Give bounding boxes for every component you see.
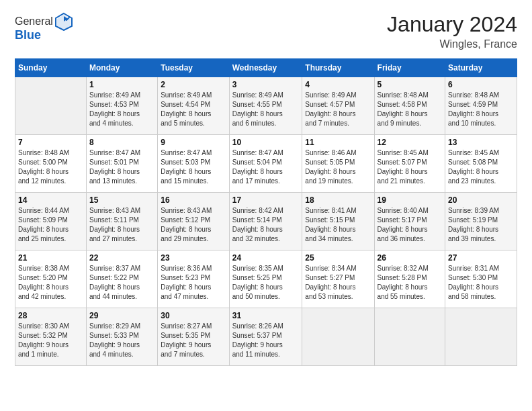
calendar-cell bbox=[302, 308, 374, 366]
weekday-header-monday: Monday bbox=[86, 59, 157, 77]
day-detail: Sunrise: 8:47 AM Sunset: 5:04 PM Dayligh… bbox=[232, 148, 300, 186]
calendar-cell: 25Sunrise: 8:34 AM Sunset: 5:27 PM Dayli… bbox=[302, 250, 374, 308]
day-number: 30 bbox=[161, 311, 226, 320]
day-number: 5 bbox=[378, 80, 442, 89]
calendar-cell: 26Sunrise: 8:32 AM Sunset: 5:28 PM Dayli… bbox=[374, 250, 445, 308]
day-detail: Sunrise: 8:49 AM Sunset: 4:57 PM Dayligh… bbox=[305, 91, 371, 128]
calendar-cell: 9Sunrise: 8:47 AM Sunset: 5:03 PM Daylig… bbox=[158, 135, 230, 193]
calendar-cell: 2Sunrise: 8:49 AM Sunset: 4:54 PM Daylig… bbox=[158, 77, 230, 135]
calendar-cell: 3Sunrise: 8:49 AM Sunset: 4:55 PM Daylig… bbox=[229, 77, 302, 135]
day-detail: Sunrise: 8:41 AM Sunset: 5:15 PM Dayligh… bbox=[305, 206, 371, 244]
calendar-week-row: 21Sunrise: 8:38 AM Sunset: 5:20 PM Dayli… bbox=[15, 250, 517, 308]
day-number: 16 bbox=[161, 195, 226, 205]
day-detail: Sunrise: 8:45 AM Sunset: 5:07 PM Dayligh… bbox=[378, 148, 442, 186]
day-number: 15 bbox=[89, 195, 154, 205]
day-detail: Sunrise: 8:44 AM Sunset: 5:09 PM Dayligh… bbox=[18, 206, 83, 244]
day-detail: Sunrise: 8:26 AM Sunset: 5:37 PM Dayligh… bbox=[232, 322, 300, 359]
day-number: 3 bbox=[232, 80, 300, 89]
calendar-cell: 18Sunrise: 8:41 AM Sunset: 5:15 PM Dayli… bbox=[302, 193, 374, 250]
calendar-cell: 29Sunrise: 8:29 AM Sunset: 5:33 PM Dayli… bbox=[86, 308, 157, 366]
day-detail: Sunrise: 8:46 AM Sunset: 5:05 PM Dayligh… bbox=[305, 148, 371, 186]
day-number: 1 bbox=[89, 80, 154, 89]
day-detail: Sunrise: 8:49 AM Sunset: 4:53 PM Dayligh… bbox=[89, 91, 154, 128]
day-number: 7 bbox=[18, 138, 83, 147]
calendar-cell: 10Sunrise: 8:47 AM Sunset: 5:04 PM Dayli… bbox=[229, 135, 302, 193]
calendar-cell bbox=[15, 77, 87, 135]
day-number: 9 bbox=[161, 138, 226, 147]
day-number: 25 bbox=[305, 253, 371, 263]
day-number: 8 bbox=[89, 138, 154, 147]
calendar-cell: 21Sunrise: 8:38 AM Sunset: 5:20 PM Dayli… bbox=[15, 250, 87, 308]
calendar-cell: 28Sunrise: 8:30 AM Sunset: 5:32 PM Dayli… bbox=[15, 308, 87, 366]
day-detail: Sunrise: 8:47 AM Sunset: 5:03 PM Dayligh… bbox=[161, 148, 226, 186]
weekday-header-thursday: Thursday bbox=[302, 59, 374, 77]
day-number: 12 bbox=[378, 138, 442, 147]
logo: General Blue bbox=[15, 12, 73, 42]
calendar-cell: 15Sunrise: 8:43 AM Sunset: 5:11 PM Dayli… bbox=[86, 193, 157, 250]
day-number: 17 bbox=[232, 195, 300, 205]
day-detail: Sunrise: 8:39 AM Sunset: 5:19 PM Dayligh… bbox=[448, 206, 514, 244]
day-detail: Sunrise: 8:30 AM Sunset: 5:32 PM Dayligh… bbox=[18, 322, 83, 359]
day-detail: Sunrise: 8:34 AM Sunset: 5:27 PM Dayligh… bbox=[305, 264, 371, 302]
day-number: 4 bbox=[305, 80, 371, 89]
calendar-cell: 13Sunrise: 8:45 AM Sunset: 5:08 PM Dayli… bbox=[445, 135, 517, 193]
calendar-cell: 6Sunrise: 8:48 AM Sunset: 4:59 PM Daylig… bbox=[445, 77, 517, 135]
location-subtitle: Wingles, France bbox=[387, 38, 517, 50]
calendar-cell: 31Sunrise: 8:26 AM Sunset: 5:37 PM Dayli… bbox=[229, 308, 302, 366]
calendar-week-row: 14Sunrise: 8:44 AM Sunset: 5:09 PM Dayli… bbox=[15, 193, 517, 250]
calendar-week-row: 28Sunrise: 8:30 AM Sunset: 5:32 PM Dayli… bbox=[15, 308, 517, 366]
calendar-cell: 14Sunrise: 8:44 AM Sunset: 5:09 PM Dayli… bbox=[15, 193, 87, 250]
day-number: 10 bbox=[232, 138, 300, 147]
day-number: 13 bbox=[448, 138, 514, 147]
day-detail: Sunrise: 8:49 AM Sunset: 4:54 PM Dayligh… bbox=[161, 91, 226, 128]
weekday-header-sunday: Sunday bbox=[15, 59, 87, 77]
day-number: 19 bbox=[378, 195, 442, 205]
calendar-week-row: 1Sunrise: 8:49 AM Sunset: 4:53 PM Daylig… bbox=[15, 77, 517, 135]
weekday-header-tuesday: Tuesday bbox=[158, 59, 230, 77]
calendar-cell: 24Sunrise: 8:35 AM Sunset: 5:25 PM Dayli… bbox=[229, 250, 302, 308]
calendar-cell: 27Sunrise: 8:31 AM Sunset: 5:30 PM Dayli… bbox=[445, 250, 517, 308]
day-detail: Sunrise: 8:36 AM Sunset: 5:23 PM Dayligh… bbox=[161, 264, 226, 302]
day-number: 21 bbox=[18, 253, 83, 263]
day-number: 29 bbox=[89, 311, 154, 320]
day-detail: Sunrise: 8:32 AM Sunset: 5:28 PM Dayligh… bbox=[378, 264, 442, 302]
calendar-cell: 11Sunrise: 8:46 AM Sunset: 5:05 PM Dayli… bbox=[302, 135, 374, 193]
calendar-cell: 22Sunrise: 8:37 AM Sunset: 5:22 PM Dayli… bbox=[86, 250, 157, 308]
month-year-title: January 2024 bbox=[387, 12, 517, 37]
day-number: 27 bbox=[448, 253, 514, 263]
day-detail: Sunrise: 8:47 AM Sunset: 5:01 PM Dayligh… bbox=[89, 148, 154, 186]
calendar-cell: 23Sunrise: 8:36 AM Sunset: 5:23 PM Dayli… bbox=[158, 250, 230, 308]
calendar-cell: 20Sunrise: 8:39 AM Sunset: 5:19 PM Dayli… bbox=[445, 193, 517, 250]
calendar-week-row: 7Sunrise: 8:48 AM Sunset: 5:00 PM Daylig… bbox=[15, 135, 517, 193]
day-detail: Sunrise: 8:38 AM Sunset: 5:20 PM Dayligh… bbox=[18, 264, 83, 302]
day-number: 22 bbox=[89, 253, 154, 263]
day-number: 26 bbox=[378, 253, 442, 263]
day-number: 2 bbox=[161, 80, 226, 89]
weekday-header-saturday: Saturday bbox=[445, 59, 517, 77]
day-detail: Sunrise: 8:48 AM Sunset: 5:00 PM Dayligh… bbox=[18, 148, 83, 186]
title-block: January 2024 Wingles, France bbox=[387, 12, 517, 50]
day-number: 31 bbox=[232, 311, 300, 320]
day-number: 20 bbox=[448, 195, 514, 205]
calendar-cell: 7Sunrise: 8:48 AM Sunset: 5:00 PM Daylig… bbox=[15, 135, 87, 193]
day-detail: Sunrise: 8:48 AM Sunset: 4:58 PM Dayligh… bbox=[378, 91, 442, 128]
day-detail: Sunrise: 8:43 AM Sunset: 5:12 PM Dayligh… bbox=[161, 206, 226, 244]
day-detail: Sunrise: 8:48 AM Sunset: 4:59 PM Dayligh… bbox=[448, 91, 514, 128]
day-detail: Sunrise: 8:31 AM Sunset: 5:30 PM Dayligh… bbox=[448, 264, 514, 302]
logo-general-text: General bbox=[15, 15, 53, 28]
day-number: 14 bbox=[18, 195, 83, 205]
day-detail: Sunrise: 8:43 AM Sunset: 5:11 PM Dayligh… bbox=[89, 206, 154, 244]
calendar-cell: 19Sunrise: 8:40 AM Sunset: 5:17 PM Dayli… bbox=[374, 193, 445, 250]
calendar-cell bbox=[445, 308, 517, 366]
calendar-cell: 5Sunrise: 8:48 AM Sunset: 4:58 PM Daylig… bbox=[374, 77, 445, 135]
day-number: 6 bbox=[448, 80, 514, 89]
header: General Blue January 2024 Wingles, Franc… bbox=[15, 12, 517, 50]
weekday-header-wednesday: Wednesday bbox=[229, 59, 302, 77]
day-number: 18 bbox=[305, 195, 371, 205]
day-detail: Sunrise: 8:29 AM Sunset: 5:33 PM Dayligh… bbox=[89, 322, 154, 359]
day-detail: Sunrise: 8:45 AM Sunset: 5:08 PM Dayligh… bbox=[448, 148, 514, 186]
calendar-table: SundayMondayTuesdayWednesdayThursdayFrid… bbox=[15, 58, 517, 366]
calendar-cell bbox=[374, 308, 445, 366]
logo-icon bbox=[54, 12, 73, 31]
day-number: 28 bbox=[18, 311, 83, 320]
